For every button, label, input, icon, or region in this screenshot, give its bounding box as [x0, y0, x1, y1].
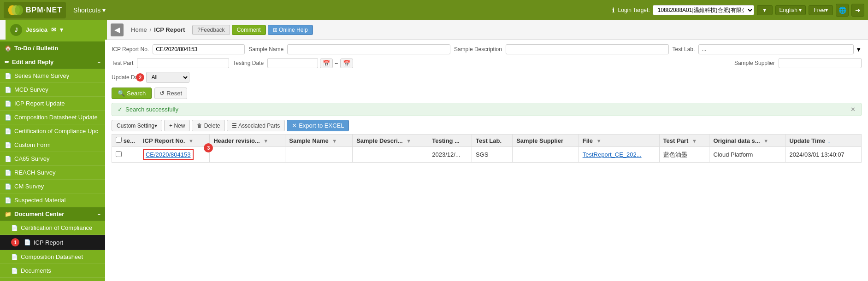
sidebar-item-cert-of-compliance[interactable]: 📄 Certification of Compliance: [0, 221, 105, 235]
select-all-checkbox[interactable]: [116, 137, 122, 143]
th-sample-desc-filter[interactable]: ▼: [406, 138, 411, 144]
custom-setting-button[interactable]: Custom Setting▾: [112, 120, 162, 131]
collapse-edit-icon[interactable]: −: [98, 59, 100, 65]
doc-icon-series: 📄: [5, 73, 12, 79]
exit-icon[interactable]: ➜: [851, 4, 864, 17]
th-original-data-filter[interactable]: ▼: [763, 138, 768, 144]
test-lab-input[interactable]: [698, 44, 854, 54]
action-row: 🔍 Search ↺ Reset: [112, 88, 862, 99]
search-label: Search: [127, 90, 146, 97]
test-lab-dropdown-icon[interactable]: ▼: [856, 46, 862, 53]
th-sample-supplier: Sample Supplier: [513, 135, 579, 147]
sample-name-input[interactable]: [287, 44, 450, 54]
sidebar-documents-label: Documents: [21, 267, 51, 274]
delete-button[interactable]: 🗑 Delete: [192, 120, 225, 131]
export-label: Export to EXCEL: [299, 122, 344, 129]
sidebar-item-comp-datasheet[interactable]: 📄 Composition Datasheet: [0, 250, 105, 264]
sample-supplier-input[interactable]: [779, 58, 862, 68]
sidebar-item-icp-update[interactable]: 📄 ICP Report Update: [0, 97, 105, 111]
th-file-filter[interactable]: ▼: [596, 138, 602, 144]
sidebar-item-icp-report[interactable]: 1 📄 ICP Report: [0, 235, 105, 250]
th-update-time-label: Update Time: [789, 137, 825, 144]
th-header-rev-filter[interactable]: ▼: [263, 138, 268, 144]
success-message: ✓ Search successfully ✕: [112, 103, 862, 116]
login-target-select[interactable]: 10882088A01|温維科技(合肥)有限公司(鹽...: [653, 5, 754, 15]
sidebar-item-todo[interactable]: 🏠 To-Do / Bulletin: [0, 41, 105, 55]
update-date-select[interactable]: All Today This Week This Month: [146, 72, 189, 83]
online-help-tab[interactable]: ⊞ Online Help: [268, 25, 313, 35]
reset-label: Reset: [166, 90, 182, 97]
doc-icon-mcd: 📄: [5, 87, 12, 93]
sidebar-item-cm[interactable]: 📄 CM Survey: [0, 180, 105, 193]
row-checkbox[interactable]: [116, 151, 122, 157]
th-testing-label: Testing ...: [432, 137, 460, 144]
export-excel-button[interactable]: ✕ Export to EXCEL: [287, 120, 349, 131]
sidebar-item-comp-ds[interactable]: 📄 Composition Datasheet Update: [0, 111, 105, 124]
search-button[interactable]: 🔍 Search: [112, 88, 152, 99]
sidebar-item-documents[interactable]: 📄 Documents: [0, 264, 105, 278]
td-sample-supplier: [513, 147, 579, 163]
back-button[interactable]: ◀: [111, 23, 124, 36]
test-part-input[interactable]: [137, 58, 229, 68]
free-button[interactable]: Free▾: [809, 5, 833, 15]
th-testing: Testing ...: [428, 135, 472, 147]
update-date-field: 2 All Today This Week This Month: [146, 72, 189, 83]
language-button[interactable]: English ▾: [775, 5, 806, 15]
new-button[interactable]: + New: [164, 120, 190, 131]
icp-report-no-input[interactable]: [153, 44, 245, 54]
sidebar-item-mcd[interactable]: 📄 MCD Survey: [0, 83, 105, 97]
sidebar-item-custom-form[interactable]: 📄 Custom Form: [0, 138, 105, 152]
th-sample-name-filter[interactable]: ▼: [332, 138, 337, 144]
sidebar-item-doc-center[interactable]: 📁 Document Center −: [0, 207, 105, 221]
icp-no-link[interactable]: CE/2020/804153: [143, 149, 194, 160]
td-icp-no: 3 CE/2020/804153: [139, 147, 209, 163]
doc-icon-icp-report: 📄: [24, 239, 31, 246]
doc-icon-custom: 📄: [5, 142, 12, 148]
th-icp-no-label: ICP Report No.: [143, 137, 185, 144]
top-right-area: ℹ Login Target: 10882088A01|温維科技(合肥)有限公司…: [612, 4, 864, 17]
sidebar-item-suspected[interactable]: 📄 Suspected Material: [0, 193, 105, 207]
sidebar-item-cert-comp[interactable]: 📄 Certification of Compliance Upc: [0, 124, 105, 138]
sample-name-label: Sample Name: [248, 46, 283, 53]
doc-icon-reach: 📄: [5, 170, 12, 176]
sample-desc-input[interactable]: [506, 44, 669, 54]
th-icp-no: ICP Report No. ▼: [139, 135, 209, 147]
reset-button[interactable]: ↺ Reset: [154, 88, 187, 99]
feedback-tab[interactable]: ?Feedback: [192, 25, 230, 35]
search-form-row2: Test Part Testing Date 📅 ~ 📅 Sample Supp…: [112, 58, 862, 68]
expand-button[interactable]: ▼: [757, 5, 773, 15]
collapse-doc-icon[interactable]: −: [98, 211, 100, 217]
user-dropdown-icon: ▾: [60, 26, 63, 33]
table-toolbar: Custom Setting▾ + New 🗑 Delete ☰ Associa…: [112, 120, 862, 131]
close-message-btn[interactable]: ✕: [850, 106, 856, 113]
th-update-time-sort[interactable]: ↓: [828, 138, 831, 144]
sidebar-item-edit-reply[interactable]: ✏ Edit and Reply −: [0, 55, 105, 69]
breadcrumb-home[interactable]: Home: [131, 26, 147, 33]
logo-icon: [7, 4, 24, 17]
sidebar-ca65-label: CA65 Survey: [14, 155, 50, 162]
calendar-end-btn[interactable]: 📅: [340, 59, 353, 68]
file-link[interactable]: TestReport_CE_202...: [583, 151, 642, 158]
testing-date-start[interactable]: [267, 58, 318, 68]
search-icon: 🔍: [118, 90, 125, 97]
sidebar-item-series-name[interactable]: 📄 Series Name Survey: [0, 69, 105, 83]
sidebar-item-reach[interactable]: 📄 REACH Survey: [0, 166, 105, 180]
sidebar-item-ca65[interactable]: 📄 CA65 Survey: [0, 152, 105, 166]
th-icp-no-filter[interactable]: ▼: [189, 138, 194, 144]
top-nav: BPM·NET Shortcuts ▾ ℹ Login Target: 1088…: [0, 0, 868, 20]
calendar-start-btn[interactable]: 📅: [320, 59, 333, 68]
td-test-lab: SGS: [472, 147, 512, 163]
shortcuts-button[interactable]: Shortcuts ▾: [70, 5, 109, 16]
main-layout: 🏠 To-Do / Bulletin ✏ Edit and Reply − 📄 …: [0, 40, 868, 281]
sidebar-icp-report-label: ICP Report: [34, 239, 63, 246]
user-section[interactable]: J Jessica ✉ ▾: [6, 20, 107, 40]
comment-tab[interactable]: Comment: [232, 25, 266, 35]
th-test-part-filter[interactable]: ▼: [692, 138, 697, 144]
associated-parts-button[interactable]: ☰ Associated Parts: [227, 120, 285, 131]
user-name: Jessica: [26, 26, 47, 33]
reset-icon: ↺: [159, 90, 165, 97]
globe-icon[interactable]: 🌐: [836, 4, 849, 17]
doc-icon-cert-comp: 📄: [5, 128, 12, 135]
td-select: [112, 147, 139, 163]
th-test-part: Test Part ▼: [659, 135, 709, 147]
